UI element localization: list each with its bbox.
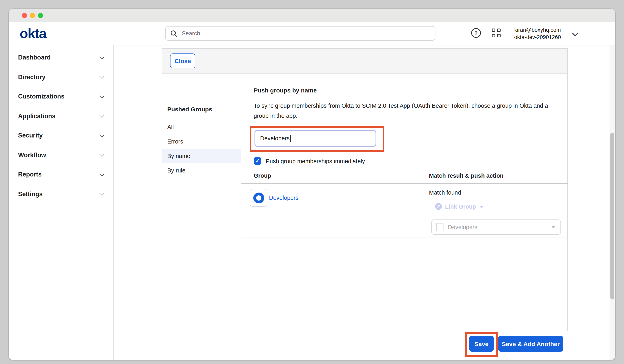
section-title: Push groups by name	[254, 87, 317, 94]
pushed-groups-subnav: Pushed Groups All Errors By name By rule	[162, 74, 241, 331]
chevron-down-icon	[99, 152, 104, 157]
window-titlebar	[9, 9, 615, 22]
minimize-window-button[interactable]	[30, 13, 35, 18]
chevron-down-icon	[99, 191, 104, 196]
chevron-down-icon	[99, 74, 104, 79]
table-row-divider	[241, 237, 568, 238]
sidebar-item-workflow[interactable]: Workflow	[9, 145, 113, 165]
push-groups-panel: Close Pushed Groups All Errors By name B…	[162, 48, 568, 355]
app-header: okta kiran@boxyhq.com okta-dev-20901260	[9, 22, 615, 45]
sidebar-item-settings[interactable]: Settings	[9, 184, 113, 204]
sidebar-item-security[interactable]: Security	[9, 126, 113, 145]
sidebar-nav: Dashboard Directory Customizations Appli…	[9, 45, 114, 360]
chevron-down-icon	[99, 54, 104, 59]
save-button[interactable]: Save	[469, 336, 494, 352]
scrollbar-track[interactable]	[610, 45, 615, 360]
account-menu[interactable]: kiran@boxyhq.com okta-dev-20901260	[506, 26, 569, 41]
close-window-button[interactable]	[22, 13, 27, 18]
subnav-item-errors[interactable]: Errors	[162, 134, 241, 149]
column-header-group: Group	[254, 172, 271, 179]
chevron-down-icon	[99, 132, 104, 137]
global-search[interactable]	[165, 26, 435, 41]
browser-window: okta kiran@boxyhq.com okta-dev-20901260 …	[9, 9, 615, 360]
app-group-placeholder-icon	[436, 223, 443, 231]
help-icon[interactable]	[471, 28, 481, 38]
link-group-dropdown[interactable]: Link Group	[435, 203, 484, 210]
page-background: okta kiran@boxyhq.com okta-dev-20901260 …	[0, 0, 624, 364]
chevron-down-icon	[99, 113, 104, 118]
match-result-text: Match found	[429, 189, 461, 196]
apps-grid-icon[interactable]	[492, 28, 501, 37]
link-group-label: Link Group	[445, 203, 476, 210]
subnav-item-all[interactable]: All	[162, 120, 241, 134]
grid-square	[492, 28, 495, 32]
select-caret-icon	[552, 226, 555, 228]
search-icon	[170, 30, 177, 37]
close-button[interactable]: Close	[170, 53, 195, 68]
push-immediately-checkbox[interactable]	[254, 157, 261, 165]
sidebar-item-dashboard[interactable]: Dashboard	[9, 48, 113, 67]
subnav-item-by-rule[interactable]: By rule	[162, 163, 241, 178]
zoom-window-button[interactable]	[38, 13, 43, 18]
grid-square	[497, 28, 500, 32]
okta-logo: okta	[20, 22, 46, 45]
grid-square	[492, 34, 495, 37]
grid-square	[497, 34, 500, 37]
chevron-down-icon	[99, 93, 104, 98]
chevron-down-icon[interactable]	[572, 30, 578, 36]
panel-footer: Save Save & Add Another	[162, 331, 568, 355]
save-add-another-button[interactable]: Save & Add Another	[498, 336, 563, 352]
subnav-title: Pushed Groups	[167, 106, 212, 113]
group-name-link[interactable]: Developers	[269, 195, 299, 201]
account-email: kiran@boxyhq.com	[506, 26, 569, 34]
group-avatar-tile	[250, 189, 267, 207]
group-icon	[253, 192, 264, 203]
push-immediately-row: Push group memberships immediately	[254, 157, 365, 165]
sidebar-item-directory[interactable]: Directory	[9, 67, 113, 87]
chevron-down-icon	[99, 171, 104, 176]
group-search-input[interactable]: Developers	[255, 130, 376, 147]
link-chain-icon	[435, 203, 442, 210]
section-description: To sync group memberships from Okta to S…	[254, 101, 554, 121]
scrollbar-thumb[interactable]	[610, 133, 614, 299]
table-header-divider	[241, 183, 568, 184]
dropdown-caret-icon	[479, 206, 484, 208]
push-immediately-label: Push group memberships immediately	[266, 158, 365, 164]
sidebar-item-applications[interactable]: Applications	[9, 106, 113, 126]
group-search-value: Developers	[260, 135, 290, 141]
search-input[interactable]	[181, 30, 435, 37]
app-group-select[interactable]: Developers	[431, 219, 561, 235]
push-by-name-content: Push groups by name To sync group member…	[241, 74, 568, 331]
subnav-item-by-name[interactable]: By name	[162, 149, 241, 163]
panel-toolbar: Close	[162, 49, 567, 74]
account-org: okta-dev-20901260	[506, 34, 569, 41]
app-group-value: Developers	[448, 224, 477, 230]
text-cursor	[290, 134, 291, 142]
sidebar-item-customizations[interactable]: Customizations	[9, 87, 113, 106]
column-header-match: Match result & push action	[429, 172, 504, 179]
sidebar-item-reports[interactable]: Reports	[9, 165, 113, 184]
